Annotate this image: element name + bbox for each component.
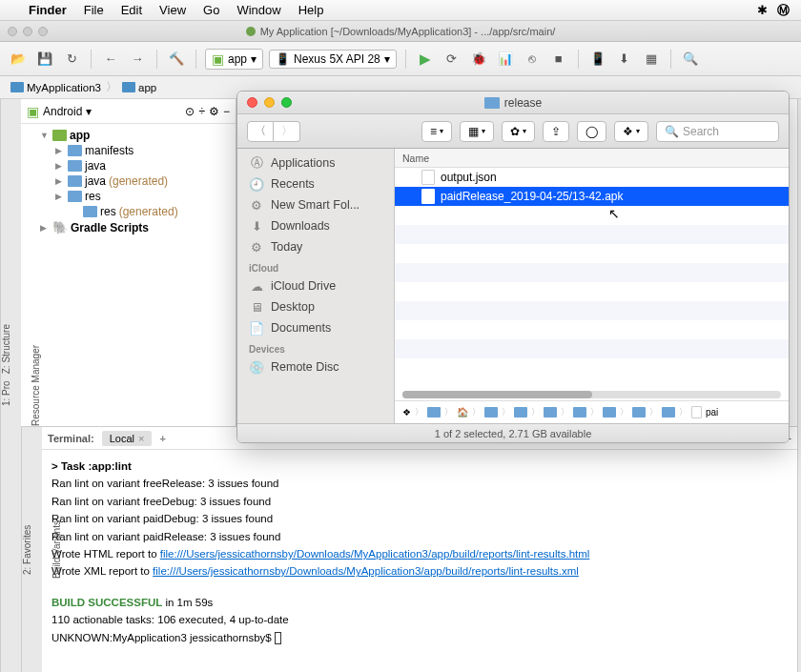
sidebar-item-icloud-drive[interactable]: ☁iCloud Drive <box>237 275 394 296</box>
finder-list: Name output.json paidRelease_2019-04-25/… <box>395 149 789 423</box>
file-row[interactable]: output.json <box>395 168 789 187</box>
sidebar-item-recents[interactable]: 🕘Recents <box>237 173 394 194</box>
finder-search-input[interactable]: 🔍 Search <box>656 121 779 142</box>
list-header[interactable]: Name <box>395 149 789 168</box>
finder-zoom-button[interactable] <box>281 97 292 108</box>
sidebar-item-desktop[interactable]: 🖥Desktop <box>237 296 394 317</box>
status-icon[interactable]: ✱ <box>757 3 768 17</box>
settings-icon[interactable]: ⚙ <box>209 105 219 118</box>
ide-minimize-button[interactable] <box>23 27 32 36</box>
menu-go[interactable]: Go <box>203 3 219 17</box>
sidebar-view-dropdown[interactable]: ▣ Android ▾ ⊙ ÷ ⚙ − <box>21 99 236 124</box>
save-icon[interactable]: 💾 <box>34 49 55 70</box>
structure-gutter: Z: Structure <box>0 316 21 381</box>
view-group-button[interactable]: ▦ ▾ <box>460 121 494 142</box>
sidebar-item-remote-disc[interactable]: 💿Remote Disc <box>237 356 394 377</box>
lint-html-link[interactable]: file:///Users/jessicathornsby/Downloads/… <box>160 548 590 560</box>
menu-window[interactable]: Window <box>236 3 280 17</box>
open-icon[interactable]: 📂 <box>8 49 29 70</box>
menu-help[interactable]: Help <box>298 3 324 17</box>
tree-res-generated[interactable]: res (generated) <box>21 204 236 219</box>
collapse-icon[interactable]: ÷ <box>198 105 205 118</box>
lint-xml-link[interactable]: file:///Users/jessicathornsby/Downloads/… <box>153 565 579 577</box>
finder-sidebar: ⒶApplications 🕘Recents ⚙New Smart Fol...… <box>237 149 395 423</box>
menu-edit[interactable]: Edit <box>121 3 142 17</box>
file-row-selected[interactable]: paidRelease_2019-04-25/13-42.apk <box>395 187 789 206</box>
file-icon <box>691 406 702 418</box>
layout-inspector-icon[interactable]: ▦ <box>641 49 662 70</box>
folder-icon <box>603 407 616 417</box>
terminal-output[interactable]: > Task :app:lint Ran lint on variant fre… <box>42 450 797 672</box>
build-icon[interactable]: 🔨 <box>166 49 187 70</box>
tree-gradle[interactable]: ▶ 🐘 Gradle Scripts <box>21 219 236 235</box>
dropbox-button[interactable]: ❖ ▾ <box>614 121 648 142</box>
gutter-structure[interactable]: Z: Structure <box>1 324 11 374</box>
sidebar-item-documents[interactable]: 📄Documents <box>237 317 394 338</box>
chevron-right-icon: 〉 <box>106 80 117 94</box>
sidebar-item-applications[interactable]: ⒶApplications <box>237 153 394 173</box>
sync-icon[interactable]: ↻ <box>61 49 82 70</box>
run-icon[interactable]: ▶ <box>415 49 436 70</box>
tree-res[interactable]: ▶ res <box>21 189 236 204</box>
finder-titlebar[interactable]: release <box>237 92 789 114</box>
gutter-build-variants[interactable]: Build Variants <box>51 520 62 579</box>
tree-app[interactable]: ▼ app <box>21 128 236 143</box>
search-icon[interactable]: 🔍 <box>680 49 701 70</box>
folder-icon <box>68 160 82 172</box>
debug-icon[interactable]: 🐞 <box>468 49 489 70</box>
sdk-icon[interactable]: ⬇ <box>614 49 635 70</box>
gutter-favorites[interactable]: 2: Favorites <box>22 524 32 574</box>
malwarebytes-icon[interactable]: Ⓜ <box>777 2 790 19</box>
sidebar-item-today[interactable]: ⚙Today <box>237 236 394 257</box>
tree-manifests[interactable]: ▶ manifests <box>21 143 236 158</box>
back-button[interactable]: 〈 <box>247 121 274 142</box>
list-empty-row <box>395 339 789 358</box>
search-icon: 🔍 <box>665 125 679 138</box>
redo-icon[interactable]: → <box>127 49 148 70</box>
stop-icon[interactable]: ■ <box>548 49 569 70</box>
finder-traffic-lights <box>247 97 292 108</box>
apply-changes-icon[interactable]: ⟳ <box>442 49 462 70</box>
tree-java-generated[interactable]: ▶ java (generated) <box>21 173 236 189</box>
breadcrumb-root[interactable]: MyApplication3 <box>8 82 104 93</box>
gear-icon[interactable]: ⊙ <box>185 105 195 118</box>
share-button[interactable]: ⇪ <box>543 121 569 142</box>
device-dropdown[interactable]: 📱 Nexus 5X API 28 ▾ <box>269 50 397 69</box>
gutter-resource-manager[interactable]: Resource Manager <box>31 345 41 426</box>
menu-app[interactable]: Finder <box>29 3 67 17</box>
hide-icon[interactable]: − <box>223 105 230 118</box>
term-gutter: 2: Favorites Build Variants <box>21 427 42 672</box>
view-list-button[interactable]: ≡ ▾ <box>421 121 452 142</box>
menu-view[interactable]: View <box>159 3 186 17</box>
breadcrumb-app[interactable]: app <box>119 82 159 93</box>
tree-java[interactable]: ▶ java <box>21 158 236 173</box>
menu-file[interactable]: File <box>84 3 104 17</box>
finder-minimize-button[interactable] <box>264 97 275 108</box>
terminal-tab-local[interactable]: Local × <box>102 431 153 446</box>
project-sidebar: ▣ Android ▾ ⊙ ÷ ⚙ − ▼ app <box>21 99 236 426</box>
undo-icon[interactable]: ← <box>100 49 121 70</box>
list-empty-row <box>395 320 789 339</box>
list-empty-row <box>395 358 789 377</box>
finder-close-button[interactable] <box>247 97 257 108</box>
close-icon[interactable]: × <box>138 433 144 444</box>
expand-icon: ▶ <box>55 146 65 155</box>
sidebar-item-smart-folder[interactable]: ⚙New Smart Fol... <box>237 194 394 215</box>
ide-close-button[interactable] <box>8 27 17 36</box>
list-empty-row <box>395 263 789 282</box>
avd-icon[interactable]: 📱 <box>587 49 608 70</box>
tags-button[interactable]: ◯ <box>577 121 606 142</box>
forward-button[interactable]: 〉 <box>274 121 300 142</box>
gradle-icon: 🐘 <box>52 220 68 234</box>
add-tab-button[interactable]: + <box>159 433 165 444</box>
ide-zoom-button[interactable] <box>38 27 48 36</box>
action-button[interactable]: ✿ ▾ <box>502 121 535 142</box>
path-bar[interactable]: ❖〉 〉 🏠〉 〉 〉 〉 〉 〉 〉 〉 pai <box>395 400 789 423</box>
profiler-icon[interactable]: 📊 <box>495 49 516 70</box>
list-empty-row <box>395 206 789 225</box>
run-config-dropdown[interactable]: ▣ app ▾ <box>205 49 263 70</box>
chevron-down-icon: ▾ <box>384 52 390 66</box>
attach-icon[interactable]: ⎋ <box>522 49 543 70</box>
sidebar-item-downloads[interactable]: ⬇Downloads <box>237 215 394 236</box>
horizontal-scrollbar[interactable] <box>402 391 781 398</box>
